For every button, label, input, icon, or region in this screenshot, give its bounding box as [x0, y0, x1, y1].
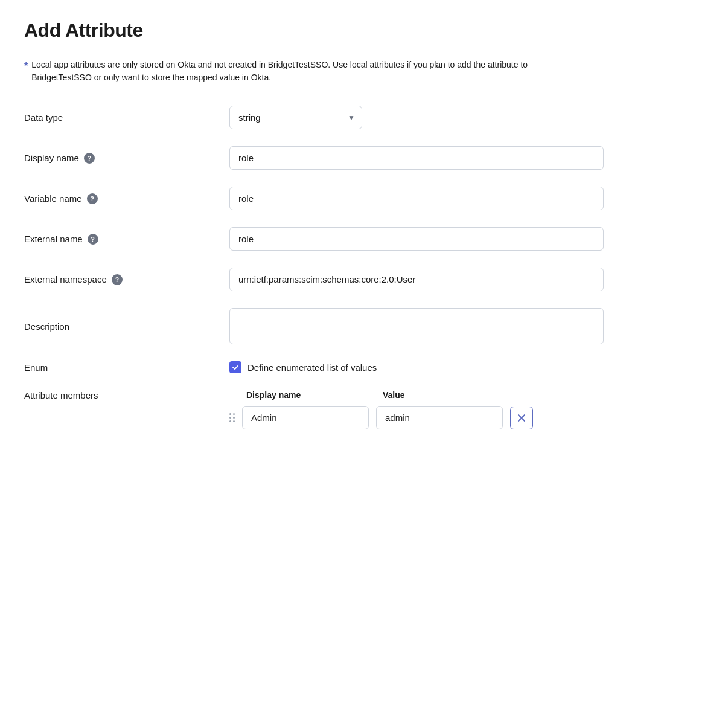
external-name-help-icon[interactable]: ?: [88, 234, 98, 245]
display-name-label: Display name ?: [24, 153, 217, 164]
col-header-display: Display name: [246, 390, 373, 400]
enum-checkbox-label: Define enumerated list of values: [247, 362, 377, 373]
member-display-name-input[interactable]: [242, 406, 369, 429]
drag-handle-icon[interactable]: [229, 413, 235, 422]
description-control: [229, 308, 604, 344]
data-type-row: Data type string integer number boolean …: [24, 106, 704, 129]
col-header-value: Value: [383, 390, 405, 400]
table-row: [229, 406, 652, 429]
data-type-label: Data type: [24, 112, 217, 123]
external-namespace-help-icon[interactable]: ?: [112, 274, 123, 285]
data-type-control: string integer number boolean array ▼: [229, 106, 604, 129]
variable-name-label: Variable name ?: [24, 193, 217, 204]
enum-label: Enum: [24, 362, 217, 373]
external-name-row: External name ?: [24, 227, 704, 251]
variable-name-control: [229, 187, 604, 210]
delete-member-button[interactable]: [510, 407, 533, 429]
external-name-label: External name ?: [24, 234, 217, 245]
display-name-control: [229, 146, 604, 170]
data-type-select[interactable]: string integer number boolean array: [229, 106, 362, 129]
enum-control: Define enumerated list of values: [229, 361, 604, 373]
variable-name-input[interactable]: [229, 187, 604, 210]
member-value-input[interactable]: [376, 406, 503, 429]
info-banner-text: Local app attributes are only stored on …: [31, 59, 567, 84]
attribute-members-content: Display name Value: [229, 390, 652, 429]
display-name-row: Display name ?: [24, 146, 704, 170]
external-name-input[interactable]: [229, 227, 604, 251]
close-icon: [517, 414, 526, 422]
description-input[interactable]: [229, 308, 604, 344]
variable-name-row: Variable name ?: [24, 187, 704, 210]
page-title: Add Attribute: [24, 19, 704, 42]
description-label: Description: [24, 321, 217, 332]
asterisk-icon: *: [24, 59, 28, 74]
attribute-members-label: Attribute members: [24, 390, 217, 400]
external-namespace-input[interactable]: [229, 268, 604, 291]
display-name-input[interactable]: [229, 146, 604, 170]
enum-checkbox[interactable]: [229, 361, 241, 373]
external-namespace-control: [229, 268, 604, 291]
info-banner: * Local app attributes are only stored o…: [24, 59, 567, 84]
enum-row: Enum Define enumerated list of values: [24, 361, 704, 373]
external-namespace-label: External namespace ?: [24, 274, 217, 285]
variable-name-help-icon[interactable]: ?: [87, 193, 98, 204]
display-name-help-icon[interactable]: ?: [84, 153, 95, 164]
data-type-select-wrapper: string integer number boolean array ▼: [229, 106, 362, 129]
attribute-members-row: Attribute members Display name Value: [24, 390, 704, 429]
members-column-headers: Display name Value: [229, 390, 652, 400]
external-namespace-row: External namespace ?: [24, 268, 704, 291]
enum-checkbox-wrapper[interactable]: Define enumerated list of values: [229, 361, 604, 373]
external-name-control: [229, 227, 604, 251]
description-row: Description: [24, 308, 704, 344]
